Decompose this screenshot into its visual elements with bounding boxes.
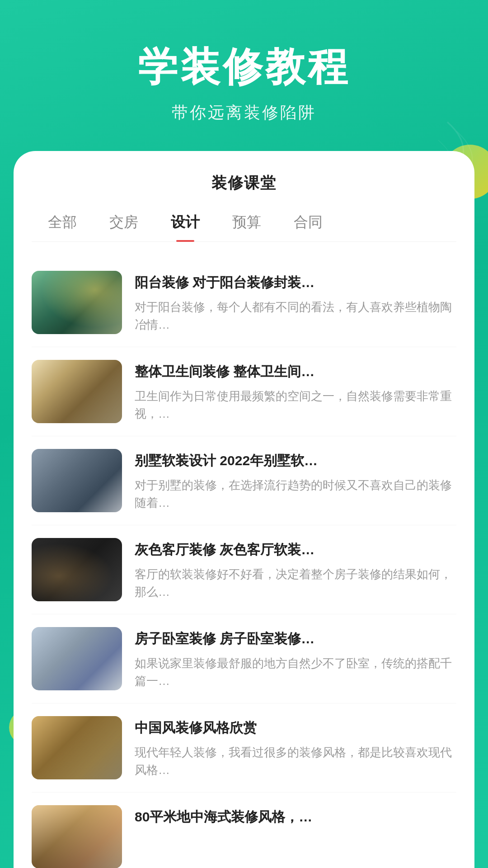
list-item[interactable]: 整体卫生间装修 整体卫生间… 卫生间作为日常使用最频繁的空间之一，自然装修需要非…: [32, 347, 456, 436]
tab-bar: 全部 交房 设计 预算 合同: [32, 212, 456, 242]
article-content: 整体卫生间装修 整体卫生间… 卫生间作为日常使用最频繁的空间之一，自然装修需要非…: [135, 360, 456, 423]
article-list: 阳台装修 对于阳台装修封装… 对于阳台装修，每个人都有不同的看法，有人喜欢养些植…: [32, 258, 456, 868]
article-desc: 如果说家里装修最舒服的地方自然少不了卧室，传统的搭配千篇一…: [135, 655, 456, 690]
article-content: 中国风装修风格欣赏 现代年轻人装修，我看过很多的装修风格，都是比较喜欢现代风格…: [135, 716, 456, 779]
article-title: 80平米地中海式装修风格，…: [135, 807, 456, 827]
article-desc: 现代年轻人装修，我看过很多的装修风格，都是比较喜欢现代风格…: [135, 744, 456, 779]
tab-contract[interactable]: 合同: [277, 212, 339, 241]
tab-budget[interactable]: 预算: [216, 212, 277, 241]
list-item[interactable]: 房子卧室装修 房子卧室装修… 如果说家里装修最舒服的地方自然少不了卧室，传统的搭…: [32, 614, 456, 703]
article-thumbnail: [32, 805, 122, 868]
list-item[interactable]: 80平米地中海式装修风格，…: [32, 793, 456, 868]
article-title: 阳台装修 对于阳台装修封装…: [135, 273, 456, 292]
article-content: 房子卧室装修 房子卧室装修… 如果说家里装修最舒服的地方自然少不了卧室，传统的搭…: [135, 627, 456, 690]
article-desc: 对于别墅的装修，在选择流行趋势的时候又不喜欢自己的装修随着…: [135, 476, 456, 512]
list-item[interactable]: 别墅软装设计 2022年别墅软… 对于别墅的装修，在选择流行趋势的时候又不喜欢自…: [32, 436, 456, 525]
tab-design[interactable]: 设计: [155, 212, 216, 241]
list-item[interactable]: 阳台装修 对于阳台装修封装… 对于阳台装修，每个人都有不同的看法，有人喜欢养些植…: [32, 258, 456, 347]
article-title: 房子卧室装修 房子卧室装修…: [135, 629, 456, 649]
article-title: 整体卫生间装修 整体卫生间…: [135, 362, 456, 382]
article-thumbnail: [32, 271, 122, 334]
article-thumbnail: [32, 538, 122, 601]
page-title: 学装修教程: [27, 45, 461, 89]
article-content: 80平米地中海式装修风格，…: [135, 805, 456, 833]
article-thumbnail: [32, 716, 122, 779]
article-thumbnail: [32, 627, 122, 690]
article-thumbnail: [32, 449, 122, 512]
article-desc: 对于阳台装修，每个人都有不同的看法，有人喜欢养些植物陶冶情…: [135, 298, 456, 334]
list-item[interactable]: 中国风装修风格欣赏 现代年轻人装修，我看过很多的装修风格，都是比较喜欢现代风格…: [32, 703, 456, 793]
tab-all[interactable]: 全部: [32, 212, 93, 241]
article-desc: 客厅的软装装修好不好看，决定着整个房子装修的结果如何，那么…: [135, 566, 456, 601]
article-thumbnail: [32, 360, 122, 423]
main-card: 装修课堂 全部 交房 设计 预算 合同 阳台装修 对于阳台装修封装… 对于阳台装…: [14, 151, 474, 868]
article-desc: 卫生间作为日常使用最频繁的空间之一，自然装修需要非常重视，…: [135, 387, 456, 423]
list-item[interactable]: 灰色客厅装修 灰色客厅软装… 客厅的软装装修好不好看，决定着整个房子装修的结果如…: [32, 525, 456, 614]
article-title: 中国风装修风格欣赏: [135, 718, 456, 738]
card-title: 装修课堂: [32, 173, 456, 193]
article-content: 灰色客厅装修 灰色客厅软装… 客厅的软装装修好不好看，决定着整个房子装修的结果如…: [135, 538, 456, 601]
tab-handover[interactable]: 交房: [93, 212, 155, 241]
article-title: 灰色客厅装修 灰色客厅软装…: [135, 540, 456, 560]
article-content: 别墅软装设计 2022年别墅软… 对于别墅的装修，在选择流行趋势的时候又不喜欢自…: [135, 449, 456, 512]
page-subtitle: 带你远离装修陷阱: [27, 102, 461, 124]
article-title: 别墅软装设计 2022年别墅软…: [135, 451, 456, 471]
header: 学装修教程 带你远离装修陷阱: [0, 0, 488, 151]
article-content: 阳台装修 对于阳台装修封装… 对于阳台装修，每个人都有不同的看法，有人喜欢养些植…: [135, 271, 456, 334]
